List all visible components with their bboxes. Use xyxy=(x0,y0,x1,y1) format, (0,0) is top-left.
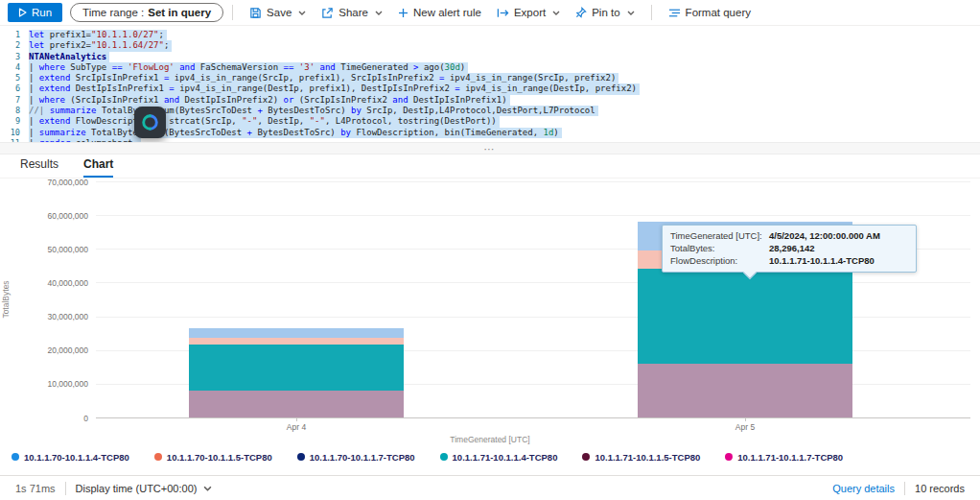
y-tick-label: 10,000,000 xyxy=(0,379,88,389)
line-number: 3 xyxy=(0,52,29,62)
chevron-down-icon xyxy=(298,11,306,15)
legend-item[interactable]: 10.1.1.70-10.1.1.7-TCP80 xyxy=(297,452,415,463)
time-range-button[interactable]: Time range : Set in query xyxy=(70,3,223,22)
log-analytics-page: Run Time range : Set in query Save Share… xyxy=(0,0,980,500)
code-line[interactable]: 1let prefix1="10.1.1.0/27"; xyxy=(0,30,980,40)
play-icon xyxy=(18,8,27,17)
bar-segment[interactable] xyxy=(189,338,404,345)
tab-results[interactable]: Results xyxy=(20,157,58,178)
gridline xyxy=(96,417,970,418)
legend-dot xyxy=(725,453,733,461)
command-bar: Run Time range : Set in query Save Share… xyxy=(0,0,980,26)
line-number: 6 xyxy=(0,83,29,94)
share-button[interactable]: Share xyxy=(314,0,390,26)
record-count: 10 records xyxy=(915,483,965,494)
y-tick-label: 40,000,000 xyxy=(0,278,88,288)
export-icon xyxy=(497,8,509,18)
format-query-button[interactable]: Format query xyxy=(661,0,758,26)
code-line[interactable]: 3NTANetAnalytics xyxy=(0,52,980,62)
x-tick-label: Apr 5 xyxy=(707,422,783,432)
toolbar-divider xyxy=(232,5,233,20)
export-button[interactable]: Export xyxy=(489,0,568,26)
pin-to-label: Pin to xyxy=(592,7,619,18)
share-label: Share xyxy=(338,7,368,18)
legend-dot xyxy=(12,453,19,461)
line-number: 9 xyxy=(0,116,29,127)
code-text: let prefix2="10.1.1.64/27"; xyxy=(29,40,172,51)
splitter-grip-icon: ⋯ xyxy=(484,146,497,152)
code-text: | extend SrcIpIsInPrefix1 = ipv4_is_in_r… xyxy=(29,73,618,83)
y-tick-label: 30,000,000 xyxy=(0,312,88,321)
legend-label: 10.1.1.71-10.1.1.7-TCP80 xyxy=(737,452,843,463)
legend-dot xyxy=(297,453,305,461)
time-range-value: Set in query xyxy=(148,7,211,18)
line-number: 10 xyxy=(0,128,29,138)
legend-item[interactable]: 10.1.1.71-10.1.1.7-TCP80 xyxy=(725,452,843,463)
tab-chart[interactable]: Chart xyxy=(83,157,113,178)
code-line[interactable]: 2let prefix2="10.1.1.64/27"; xyxy=(0,40,980,51)
legend-dot xyxy=(440,453,448,461)
plus-icon xyxy=(398,8,408,18)
line-number: 8 xyxy=(0,106,29,116)
legend-dot xyxy=(582,453,590,461)
y-tick-label: 60,000,000 xyxy=(0,211,88,221)
legend-dot xyxy=(154,453,162,461)
export-label: Export xyxy=(514,7,546,18)
bar-segment[interactable] xyxy=(189,328,404,338)
line-number: 5 xyxy=(0,73,29,83)
run-button[interactable]: Run xyxy=(8,3,62,22)
results-tabs: Results Chart xyxy=(0,155,980,179)
y-tick-label: 50,000,000 xyxy=(0,245,88,254)
query-duration: 1s 71ms xyxy=(15,483,56,494)
chart-plot xyxy=(96,181,970,417)
column-chart: TotalBytes TimeGenerated [UTC] 010,000,0… xyxy=(0,179,980,446)
code-text: let prefix1="10.1.1.0/27"; xyxy=(29,30,167,40)
code-line[interactable]: 4| where SubType == 'FlowLog' and FaSche… xyxy=(0,62,980,73)
time-range-label: Time range : xyxy=(82,7,144,18)
code-text: | where SubType == 'FlowLog' and FaSchem… xyxy=(29,62,468,73)
toolbar-divider xyxy=(651,5,652,20)
code-text: //| summarize TotalBytes=sum(BytesSrcToD… xyxy=(29,106,598,116)
tooltip-value: 4/5/2024, 12:00:00.000 AM xyxy=(769,229,880,242)
legend-label: 10.1.1.71-10.1.1.5-TCP80 xyxy=(595,452,700,463)
bar-segment[interactable] xyxy=(189,345,404,391)
new-alert-rule-label: New alert rule xyxy=(413,7,481,18)
tooltip-row: FlowDescription: 10.1.1.71-10.1.1.4-TCP8… xyxy=(670,254,908,267)
legend-label: 10.1.1.70-10.1.1.5-TCP80 xyxy=(167,452,272,463)
x-tick-mark xyxy=(296,417,297,421)
code-line[interactable]: 6| extend DestIpIsInPrefix1 = ipv4_is_in… xyxy=(0,83,980,94)
legend-item[interactable]: 10.1.1.70-10.1.1.5-TCP80 xyxy=(154,452,272,463)
pane-splitter[interactable]: ⋯ xyxy=(0,142,980,155)
chart-tooltip: TimeGenerated [UTC]: 4/5/2024, 12:00:00.… xyxy=(662,225,917,273)
statusbar-divider xyxy=(904,482,905,495)
tooltip-label: FlowDescription: xyxy=(670,254,769,267)
query-details-link[interactable]: Query details xyxy=(832,483,895,494)
new-alert-rule-button[interactable]: New alert rule xyxy=(390,0,489,26)
bar-segment[interactable] xyxy=(189,391,404,417)
legend-item[interactable]: 10.1.1.71-10.1.1.5-TCP80 xyxy=(582,452,700,463)
line-number: 1 xyxy=(0,30,29,40)
legend-label: 10.1.1.71-10.1.1.4-TCP80 xyxy=(453,452,558,463)
display-time-selector[interactable]: Display time (UTC+00:00) xyxy=(76,483,213,494)
gridline xyxy=(96,181,970,182)
save-button[interactable]: Save xyxy=(242,0,314,26)
bar-segment[interactable] xyxy=(638,364,852,417)
status-bar: 1s 71ms Display time (UTC+00:00) Query d… xyxy=(0,475,980,500)
chevron-down-icon xyxy=(375,11,383,15)
display-time-label: Display time (UTC+00:00) xyxy=(76,483,198,494)
bar-segment[interactable] xyxy=(638,269,852,364)
chevron-down-icon xyxy=(627,11,635,15)
line-number: 4 xyxy=(0,62,29,73)
copilot-button[interactable] xyxy=(134,107,166,138)
legend-item[interactable]: 10.1.1.71-10.1.1.4-TCP80 xyxy=(440,452,558,463)
tooltip-row: TimeGenerated [UTC]: 4/5/2024, 12:00:00.… xyxy=(670,229,908,242)
run-label: Run xyxy=(32,7,52,18)
code-line[interactable]: 7| where (SrcIpIsInPrefix1 and DestIpIsI… xyxy=(0,95,980,106)
code-text: | summarize TotalBytes=sum(BytesSrcToDes… xyxy=(29,128,562,138)
y-tick-label: 70,000,000 xyxy=(0,178,88,187)
bar-apr-4[interactable] xyxy=(189,328,404,417)
code-line[interactable]: 5| extend SrcIpIsInPrefix1 = ipv4_is_in_… xyxy=(0,73,980,83)
pin-to-button[interactable]: Pin to xyxy=(568,0,642,26)
legend-item[interactable]: 10.1.1.70-10.1.1.4-TCP80 xyxy=(12,452,129,463)
gridline xyxy=(96,215,970,216)
